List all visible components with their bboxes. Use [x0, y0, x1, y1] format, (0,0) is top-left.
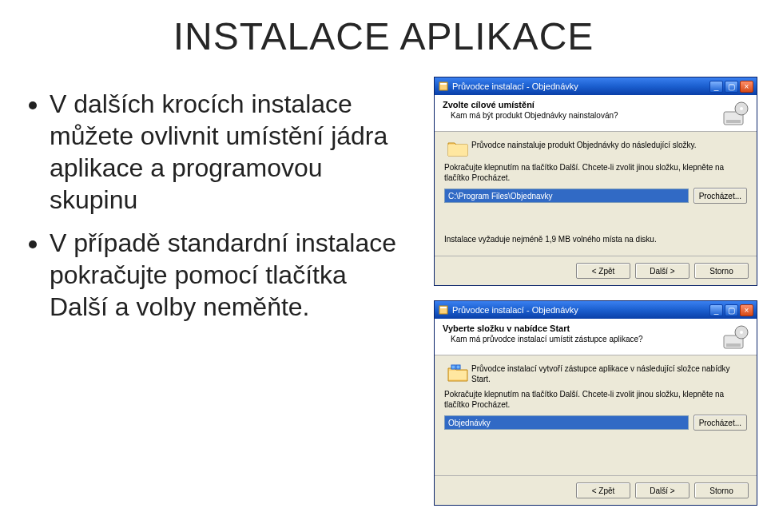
wizard-header-subtitle: Kam má průvodce instalací umístit zástup… — [443, 335, 749, 343]
svg-rect-1 — [440, 83, 447, 85]
bullet-item: V případě standardní instalace pokračujt… — [50, 227, 403, 323]
minimize-button[interactable]: _ — [709, 304, 723, 316]
app-icon — [438, 81, 449, 92]
wizard-body-line1: Průvodce instalací vytvoří zástupce apli… — [471, 363, 747, 384]
cancel-button[interactable]: Storno — [694, 482, 749, 498]
path-input[interactable]: C:\Program Files\Objednavky — [444, 189, 689, 203]
wizard-header-title: Vyberte složku v nabídce Start — [443, 324, 749, 333]
titlebar: Průvodce instalací - Objednávky _ ▢ × — [435, 77, 757, 95]
window-title: Průvodce instalací - Objednávky — [452, 305, 708, 315]
wizard-body-line2: Pokračujte klepnutím na tlačítko Další. … — [444, 389, 747, 410]
next-button[interactable]: Další > — [635, 263, 690, 279]
back-button[interactable]: < Zpět — [576, 482, 630, 498]
app-icon — [438, 304, 449, 316]
svg-rect-12 — [449, 371, 467, 379]
wizard-header-subtitle: Kam má být produkt Objednávky nainstalov… — [443, 111, 749, 120]
browse-button[interactable]: Procházet... — [693, 188, 747, 204]
disk-space-note: Instalace vyžaduje nejméně 1,9 MB volnéh… — [444, 234, 747, 244]
svg-rect-9 — [726, 343, 741, 347]
svg-rect-14 — [456, 365, 460, 369]
wizard-header-title: Zvolte cílové umístění — [443, 100, 749, 109]
svg-point-5 — [740, 107, 743, 110]
svg-point-11 — [740, 331, 743, 334]
cancel-button[interactable]: Storno — [694, 263, 749, 279]
startmenu-folder-icon — [444, 363, 471, 383]
wizard-destination-window: Průvodce instalací - Objednávky _ ▢ × Zv… — [434, 77, 757, 286]
installer-disk-icon — [721, 324, 750, 352]
wizard-footer: < Zpět Další > Storno — [435, 256, 757, 285]
svg-rect-7 — [440, 307, 447, 308]
window-title: Průvodce instalací - Objednávky — [452, 81, 708, 91]
bullet-item: V dalších krocích instalace můžete ovliv… — [50, 88, 403, 216]
svg-rect-13 — [451, 365, 455, 369]
maximize-button[interactable]: ▢ — [725, 304, 738, 316]
wizard-startmenu-window: Průvodce instalací - Objednávky _ ▢ × Vy… — [434, 300, 757, 506]
wizard-body-line1: Průvodce nainstaluje produkt Objednávky … — [471, 140, 747, 150]
installer-disk-icon — [721, 100, 750, 129]
close-button[interactable]: × — [740, 81, 753, 93]
wizard-body-line2: Pokračujte klepnutím na tlačítko Další. … — [444, 162, 747, 183]
wizard-header: Zvolte cílové umístění Kam má být produk… — [435, 95, 757, 132]
maximize-button[interactable]: ▢ — [725, 81, 738, 93]
minimize-button[interactable]: _ — [709, 81, 723, 93]
close-button[interactable]: × — [740, 304, 753, 316]
startmenu-input[interactable]: Objednávky — [444, 415, 689, 430]
slide-title: INSTALACE APLIKACE — [0, 14, 767, 58]
bullet-list: V dalších krocích instalace můžete ovliv… — [27, 88, 403, 334]
next-button[interactable]: Další > — [635, 482, 690, 498]
back-button[interactable]: < Zpět — [576, 263, 630, 279]
titlebar: Průvodce instalací - Objednávky _ ▢ × — [435, 301, 757, 319]
wizard-header: Vyberte složku v nabídce Start Kam má pr… — [435, 319, 757, 355]
wizard-footer: < Zpět Další > Storno — [435, 475, 757, 505]
browse-button[interactable]: Procházet... — [693, 415, 747, 431]
wizard-body: Průvodce nainstaluje produkt Objednávky … — [435, 132, 757, 256]
svg-rect-3 — [726, 120, 741, 123]
wizard-body: Průvodce instalací vytvoří zástupce apli… — [435, 355, 757, 475]
folder-icon — [444, 140, 471, 157]
